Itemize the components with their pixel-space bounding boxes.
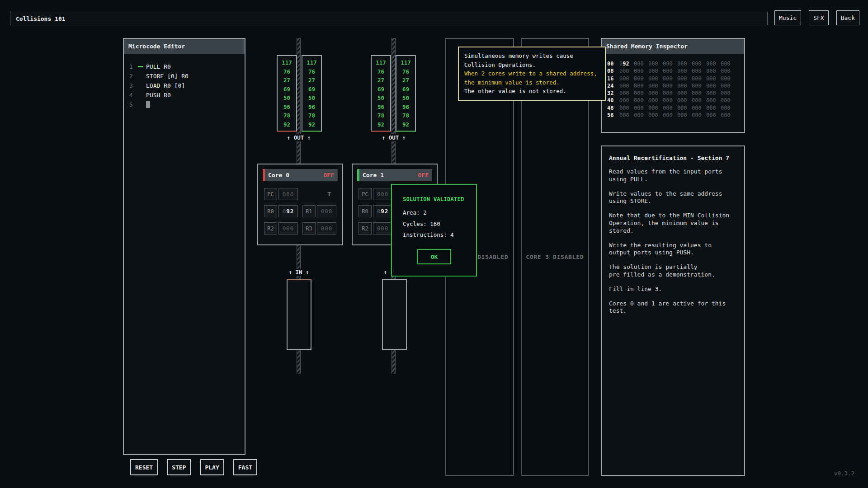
output-column-right-core0: 11776276950967892	[302, 55, 322, 132]
instruction-text: STORE [0] R0	[146, 73, 189, 80]
instruction-paragraphs: Read values from the input ports using P…	[609, 168, 737, 315]
top-buttons: MusicSFXBack	[774, 10, 859, 25]
shared-memory-panel: Shared Memory Inspector 0009200000000000…	[601, 38, 745, 133]
top-button-back[interactable]: Back	[836, 10, 859, 25]
memory-cell: 000	[663, 97, 673, 104]
version-label: v0.3.2	[834, 470, 854, 477]
memory-cell: 000	[663, 75, 673, 82]
instruction-text: PUSH R0	[146, 92, 171, 99]
output-value: 27	[396, 76, 415, 85]
output-value: 69	[372, 85, 390, 94]
memory-cell: 000	[619, 89, 629, 97]
memory-cell: 000	[677, 112, 687, 119]
solution-stat: Instructions: 4	[403, 230, 476, 241]
memory-cell: 000	[721, 89, 731, 97]
memory-cell: 000	[692, 60, 702, 67]
output-value: 69	[278, 85, 296, 94]
input-box-core0	[287, 279, 311, 350]
memory-cell: 000	[648, 104, 658, 112]
collision-tooltip: Simultaneous memory writes causeCollisio…	[458, 47, 606, 101]
memory-cell: 000	[619, 97, 629, 104]
output-value: 117	[396, 58, 415, 67]
memory-cell: 000	[619, 75, 629, 82]
instruction-text: LOAD R0 [0]	[146, 82, 185, 89]
core-0-status-indicator	[263, 169, 265, 181]
register-label: R0	[264, 205, 277, 217]
memory-cell: 000	[692, 82, 702, 89]
output-value: 69	[302, 85, 321, 94]
editor-line[interactable]: 1PULL R0	[124, 62, 245, 71]
register-pc: PC000	[359, 188, 393, 200]
memory-cell: 000	[677, 97, 687, 104]
top-button-sfx[interactable]: SFX	[809, 10, 828, 25]
ok-button[interactable]: OK	[417, 249, 451, 264]
t-marker: T	[302, 188, 337, 200]
editor-panel-title: Microcode Editor	[124, 39, 245, 54]
editor-line[interactable]: 3LOAD R0 [0]	[124, 81, 245, 90]
modal-stats: Area: 2Cycles: 160Instructions: 4	[403, 207, 476, 241]
level-title: Collisions 101	[16, 15, 66, 22]
in-port-label-core0: ↑ IN ↑	[286, 269, 311, 276]
tooltip-line: Collision Operations.	[464, 61, 599, 70]
register-value: 092	[278, 205, 298, 217]
core-0-header: Core 0 OFF	[263, 169, 338, 181]
output-value: 78	[372, 111, 390, 120]
instruction-paragraph: Write values to the same address using S…	[609, 190, 737, 206]
memory-cell: 000	[677, 60, 687, 67]
memory-cell: 000	[706, 89, 716, 97]
memory-address: 48	[607, 104, 615, 112]
memory-cell: 000	[634, 67, 644, 75]
memory-cell: 000	[648, 67, 658, 75]
memory-cell: 000	[619, 104, 629, 112]
register-r0: R0092	[359, 205, 393, 217]
memory-cell: 000	[706, 67, 716, 75]
editor-line[interactable]: 4PUSH R0	[124, 90, 245, 100]
output-value: 92	[278, 120, 296, 129]
fast-button[interactable]: FAST	[233, 459, 257, 475]
line-number: 3	[129, 82, 138, 89]
register-value: 000	[278, 222, 298, 235]
core-0-panel: Core 0 OFF PC000TR0092R1000R2000R3000	[257, 164, 343, 245]
output-value: 50	[372, 94, 390, 103]
output-value: 117	[302, 58, 321, 67]
memory-cell: 000	[619, 82, 629, 89]
input-box-core1	[382, 279, 407, 350]
register-r1: R1000	[302, 205, 337, 217]
instruction-paragraph: Note that due to the MIN Collision Opera…	[609, 212, 737, 235]
editor-line[interactable]: 5	[124, 100, 245, 109]
register-value: 000	[317, 205, 336, 217]
core-1-power-status: OFF	[418, 172, 429, 178]
register-label: R1	[302, 205, 316, 217]
modal-title: SOLUTION VALIDATED	[403, 196, 476, 202]
instruction-paragraph: Read values from the input ports using P…	[609, 168, 737, 183]
register-label: R0	[359, 205, 372, 217]
memory-cell: 000	[619, 112, 629, 119]
output-column-left-core1: 11776276950967892	[371, 55, 391, 132]
reset-button[interactable]: RESET	[130, 459, 158, 475]
line-number: 2	[129, 73, 138, 80]
editor-line[interactable]: 2STORE [0] R0	[124, 71, 245, 81]
output-value: 27	[278, 76, 296, 85]
core-3-disabled-panel: CORE 3 DISABLED	[521, 38, 589, 476]
memory-cell: 000	[648, 82, 658, 89]
step-button[interactable]: STEP	[167, 459, 191, 475]
register-pc: PC000	[264, 188, 299, 200]
memory-cell: 000	[721, 82, 731, 89]
register-value: 092	[373, 205, 392, 217]
tooltip-line: When 2 cores write to a shared address,	[464, 69, 599, 78]
register-r2: R2000	[264, 222, 299, 235]
output-value: 78	[302, 111, 321, 120]
memory-cell: 000	[692, 75, 702, 82]
instruction-text: PULL R0	[146, 63, 171, 70]
memory-address: 08	[607, 67, 615, 75]
memory-cell: 000	[663, 89, 673, 97]
output-value: 76	[372, 67, 390, 76]
line-number: 1	[129, 63, 138, 70]
memory-cell: 000	[692, 97, 702, 104]
output-value: 96	[396, 103, 415, 112]
play-button[interactable]: PLAY	[200, 459, 224, 475]
memory-cell: 000	[706, 97, 716, 104]
top-button-music[interactable]: Music	[774, 10, 801, 25]
memory-cell: 000	[706, 104, 716, 112]
memory-cell: 000	[721, 112, 731, 119]
